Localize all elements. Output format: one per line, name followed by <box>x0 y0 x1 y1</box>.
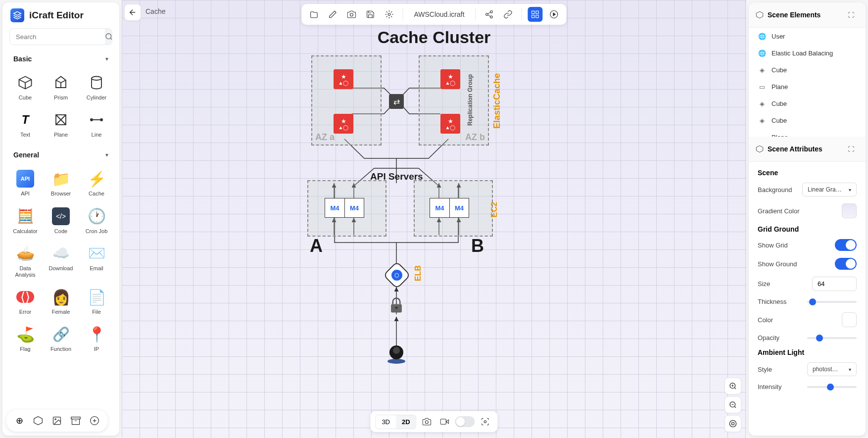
record-toggle[interactable] <box>455 416 475 427</box>
share-icon <box>485 10 494 19</box>
size-input[interactable] <box>812 277 857 291</box>
intensity-slider[interactable] <box>807 386 857 388</box>
item-cache[interactable]: ⚡Cache <box>81 167 112 200</box>
chart-pie-icon: 🥧 <box>16 244 34 262</box>
elb-node[interactable]: ⬡ <box>383 261 411 290</box>
canvas[interactable]: Cache Cluster AZ a AZ b ★▲◯ ★▲◯ ★▲◯ ★▲◯ … <box>122 0 746 438</box>
color-picker[interactable] <box>842 312 857 327</box>
focus-button[interactable] <box>478 414 493 429</box>
element-cube[interactable]: ◈Cube <box>749 61 866 78</box>
element-plane[interactable]: ▭Plane <box>749 129 866 137</box>
cube-icon <box>756 11 764 19</box>
item-error[interactable]: ⟨⟩Error <box>9 285 41 318</box>
item-calculator[interactable]: 🧮Calculator <box>9 204 41 238</box>
svg-rect-33 <box>536 15 538 18</box>
user-node[interactable] <box>386 343 407 364</box>
cube-tool-button[interactable] <box>30 413 46 429</box>
item-browser[interactable]: 📁Browser <box>45 167 77 200</box>
item-cronjob[interactable]: 🕐Cron Job <box>81 204 112 238</box>
item-female[interactable]: 👩Female <box>45 285 77 318</box>
item-download[interactable]: ☁️Download <box>45 242 77 281</box>
search-icon <box>105 33 112 41</box>
cache-node-2[interactable]: ★▲◯ <box>334 114 353 134</box>
link-button[interactable] <box>501 7 516 22</box>
general-items-grid: APIAPI 📁Browser ⚡Cache 🧮Calculator </>Co… <box>2 164 119 360</box>
item-text[interactable]: TText <box>9 108 41 141</box>
zoom-in-button[interactable] <box>724 378 741 394</box>
opacity-slider[interactable] <box>807 337 857 339</box>
element-elb[interactable]: 🌐Elastic Load Balacing <box>749 45 866 61</box>
item-cube[interactable]: Cube <box>9 71 41 104</box>
archive-tool-button[interactable] <box>68 413 84 429</box>
expand-button[interactable] <box>844 142 859 156</box>
zoom-out-button[interactable] <box>724 396 741 413</box>
item-flag[interactable]: ⛳Flag <box>9 322 41 355</box>
chevron-down-icon: ▾ <box>849 187 851 193</box>
plane-icon: ▭ <box>758 133 767 137</box>
back-button[interactable] <box>124 4 141 21</box>
cache-node-3[interactable]: ★▲◯ <box>440 69 460 89</box>
background-select[interactable]: Linear Gra…▾ <box>802 183 857 196</box>
show-grid-toggle[interactable] <box>835 239 857 251</box>
folder-button[interactable] <box>306 7 321 22</box>
svg-point-24 <box>393 347 400 354</box>
item-ip[interactable]: 📍IP <box>81 322 112 355</box>
item-email[interactable]: ✉️Email <box>81 242 112 281</box>
view-3d-button[interactable]: 3D <box>376 415 396 429</box>
item-plane[interactable]: Plane <box>45 108 77 141</box>
filename[interactable]: AWSCloud.icraft <box>409 10 469 18</box>
cache-node-4[interactable]: ★▲◯ <box>440 114 460 134</box>
gradient-color-picker[interactable] <box>842 203 857 218</box>
more-button[interactable]: ⊕ <box>11 413 27 429</box>
image-tool-button[interactable] <box>49 413 65 429</box>
search-button[interactable] <box>105 29 112 45</box>
item-file[interactable]: 📄File <box>81 285 112 318</box>
category-basic-header[interactable]: Basic ▾ <box>2 50 119 68</box>
camera-button[interactable] <box>344 7 359 22</box>
play-button[interactable] <box>547 7 562 22</box>
m4-pair-a[interactable]: M4M4 <box>325 198 364 218</box>
element-user[interactable]: 🌐User <box>749 28 866 45</box>
category-general-header[interactable]: General ▾ <box>2 146 119 164</box>
search-input[interactable] <box>10 29 105 45</box>
item-api[interactable]: APIAPI <box>9 167 41 200</box>
element-cube[interactable]: ◈Cube <box>749 95 866 112</box>
item-data-analysis[interactable]: 🥧Data Analysis <box>9 242 41 281</box>
svg-rect-36 <box>440 419 446 425</box>
item-code[interactable]: </>Code <box>45 204 77 238</box>
item-cylinder[interactable]: Cylinder <box>81 71 112 104</box>
zone-label-az-b: AZ b <box>465 132 485 143</box>
expand-button[interactable] <box>844 7 859 22</box>
show-ground-toggle[interactable] <box>835 258 857 270</box>
item-function[interactable]: 🔗Function <box>45 322 77 355</box>
save-button[interactable] <box>363 7 378 22</box>
breadcrumb[interactable]: Cache <box>145 7 165 15</box>
view-2d-button[interactable]: 2D <box>396 415 416 429</box>
center-button[interactable] <box>724 415 741 432</box>
item-line[interactable]: Line <box>81 108 112 141</box>
grid-view-button[interactable] <box>528 7 543 22</box>
cache-node-1[interactable]: ★▲◯ <box>334 69 353 89</box>
lock-node[interactable] <box>389 297 404 314</box>
scene-heading: Scene <box>758 169 857 177</box>
camera-button[interactable] <box>420 414 434 429</box>
settings-button[interactable] <box>382 7 396 22</box>
left-sidebar: iCraft Editor Basic ▾ Cube Prism Cylinde… <box>2 2 119 436</box>
share-button[interactable] <box>482 7 497 22</box>
clock-icon: 🕐 <box>88 207 105 225</box>
style-select[interactable]: photost…▾ <box>807 362 857 376</box>
element-plane[interactable]: ▭Plane <box>749 78 866 95</box>
gear-icon <box>385 10 393 19</box>
thickness-slider[interactable] <box>807 301 857 303</box>
cube-icon: ◈ <box>758 116 767 125</box>
edit-button[interactable] <box>325 7 340 22</box>
video-button[interactable] <box>437 414 452 429</box>
replication-icon[interactable]: ⇄ <box>389 94 404 109</box>
m4-pair-b[interactable]: M4M4 <box>430 198 469 218</box>
item-prism[interactable]: Prism <box>45 71 77 104</box>
app-logo-icon <box>10 8 24 22</box>
element-cube[interactable]: ◈Cube <box>749 112 866 129</box>
function-icon: 🔗 <box>52 325 70 343</box>
add-tool-button[interactable] <box>87 413 102 429</box>
arrow-left-icon <box>128 8 137 17</box>
